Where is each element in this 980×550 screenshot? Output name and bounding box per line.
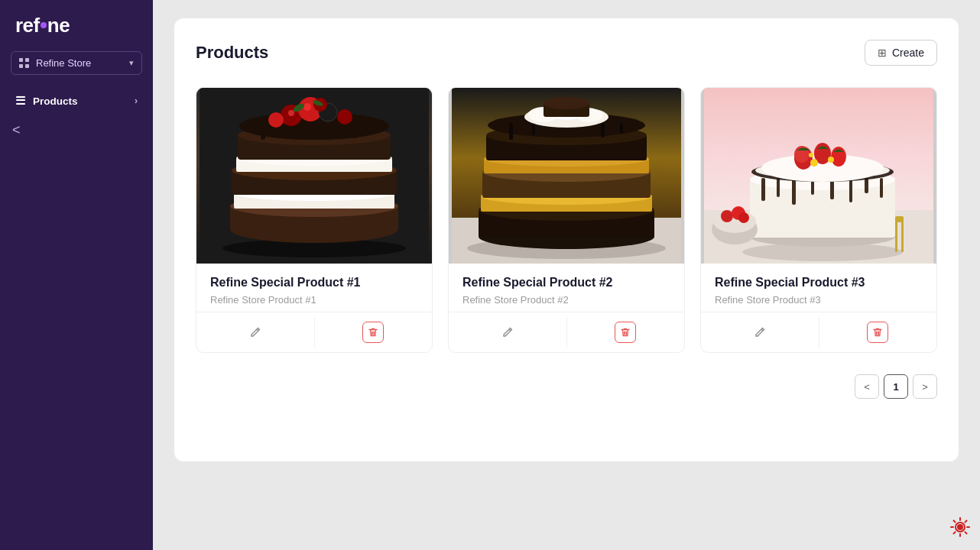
product-name-2: Refine Special Product #2: [462, 276, 670, 290]
edit-icon-1: [249, 326, 261, 338]
svg-point-80: [809, 153, 813, 157]
product-name-1: Refine Special Product #1: [210, 276, 418, 290]
svg-rect-17: [326, 125, 329, 134]
product-subtitle-2: Refine Store Product #2: [462, 294, 670, 306]
edit-icon-2: [501, 326, 514, 338]
sidebar-nav: ☰ Products ›: [0, 87, 153, 115]
svg-point-21: [337, 109, 352, 125]
svg-rect-15: [284, 125, 287, 136]
svg-rect-14: [261, 125, 265, 140]
product-image-2: [449, 88, 684, 264]
svg-rect-16: [352, 125, 357, 138]
edit-icon-3: [754, 326, 766, 338]
svg-rect-46: [601, 123, 605, 138]
store-selector-label: Refine Store: [36, 57, 123, 69]
svg-point-78: [810, 159, 818, 167]
trash-icon-2: [620, 327, 631, 338]
settings-icon-wrapper[interactable]: [949, 516, 971, 541]
product-image-1: [196, 88, 432, 264]
product-info-1: Refine Special Product #1 Refine Store P…: [196, 264, 432, 312]
logo-dot: [41, 22, 47, 28]
product-card-3: Refine Special Product #3 Refine Store P…: [700, 87, 937, 353]
svg-rect-72: [901, 218, 904, 252]
prev-icon: <: [864, 381, 870, 393]
product-image-3: [701, 88, 936, 264]
create-button-label: Create: [892, 47, 924, 59]
main-content: Products ⊞ Create: [153, 0, 980, 550]
list-icon: ☰: [15, 94, 25, 108]
delete-icon-wrapper-1: [362, 322, 384, 343]
svg-point-24: [303, 103, 311, 111]
product-actions-3: [701, 312, 936, 352]
edit-button-2[interactable]: [449, 317, 567, 348]
cake-illustration-1: [196, 88, 432, 264]
svg-rect-60: [761, 178, 765, 201]
delete-button-2[interactable]: [567, 312, 685, 352]
edit-button-3[interactable]: [701, 317, 819, 348]
create-button[interactable]: ⊞ Create: [865, 40, 937, 66]
product-actions-1: [196, 312, 432, 352]
back-arrow-icon[interactable]: <: [12, 122, 21, 138]
svg-point-83: [721, 210, 733, 222]
product-info-2: Refine Special Product #2 Refine Store P…: [449, 264, 684, 312]
svg-rect-73: [895, 216, 904, 222]
trash-icon-1: [368, 327, 378, 338]
next-icon: >: [922, 381, 928, 393]
product-card-2: Refine Special Product #2 Refine Store P…: [448, 87, 685, 353]
product-info-3: Refine Special Product #3 Refine Store P…: [701, 264, 936, 312]
logo-area: refne: [0, 0, 153, 48]
delete-icon-wrapper-3: [867, 322, 888, 343]
chevron-right-icon: ›: [135, 95, 138, 106]
svg-point-85: [738, 212, 749, 223]
product-card-1: Refine Special Product #1 Refine Store P…: [196, 87, 433, 353]
delete-icon-wrapper-2: [615, 322, 636, 343]
pagination: < 1 >: [196, 374, 937, 399]
svg-rect-62: [792, 178, 796, 205]
current-page-button[interactable]: 1: [884, 374, 908, 399]
svg-point-86: [957, 524, 963, 530]
svg-rect-44: [509, 123, 513, 140]
svg-rect-67: [880, 178, 883, 198]
svg-point-25: [288, 110, 294, 116]
svg-point-79: [828, 157, 834, 163]
sidebar-bottom-bar: <: [0, 115, 153, 146]
product-actions-2: [449, 312, 684, 352]
svg-point-22: [268, 112, 284, 128]
svg-rect-47: [620, 123, 623, 134]
prev-page-button[interactable]: <: [855, 374, 879, 399]
page-number: 1: [893, 381, 898, 393]
svg-rect-71: [895, 218, 897, 252]
next-page-button[interactable]: >: [913, 374, 937, 399]
sidebar-item-label: Products: [33, 95, 78, 107]
sidebar: refne Refine Store ▾ ☰ Products › <: [0, 0, 153, 550]
cake-illustration-2: [449, 88, 684, 264]
grid-icon: [19, 58, 30, 69]
gear-icon: [949, 516, 971, 538]
delete-button-3[interactable]: [819, 312, 937, 352]
chevron-down-icon: ▾: [129, 58, 134, 68]
cake-illustration-3: [701, 88, 936, 264]
store-selector[interactable]: Refine Store ▾: [11, 51, 142, 75]
plus-square-icon: ⊞: [878, 47, 887, 59]
product-grid: Refine Special Product #1 Refine Store P…: [196, 87, 937, 353]
product-name-3: Refine Special Product #3: [715, 276, 923, 290]
page-title: Products: [196, 43, 268, 63]
svg-rect-65: [849, 178, 852, 202]
svg-rect-66: [865, 178, 868, 193]
product-subtitle-1: Refine Store Product #1: [210, 294, 418, 306]
svg-point-53: [544, 97, 589, 109]
delete-button-1[interactable]: [315, 312, 433, 352]
svg-rect-61: [777, 178, 780, 197]
content-card: Products ⊞ Create: [174, 18, 959, 461]
trash-icon-3: [872, 327, 883, 338]
svg-rect-45: [532, 123, 535, 135]
product-subtitle-3: Refine Store Product #3: [715, 294, 923, 306]
content-area: Products ⊞ Create: [153, 0, 980, 550]
logo-text: refne: [15, 14, 70, 37]
page-header: Products ⊞ Create: [196, 40, 937, 66]
edit-button-1[interactable]: [196, 317, 315, 348]
sidebar-item-products[interactable]: ☰ Products ›: [6, 87, 147, 115]
